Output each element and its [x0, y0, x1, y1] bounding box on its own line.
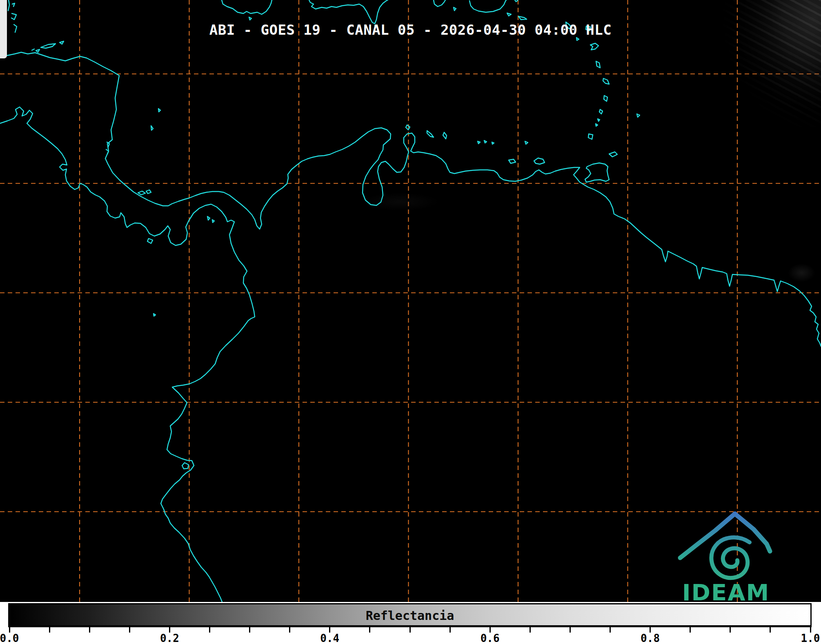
logo-text: IDEAM — [682, 579, 770, 604]
islands-colombia-offshore — [138, 109, 214, 316]
colorbar-tick-label: 0.8 — [632, 632, 669, 644]
satellite-image-screen: ABI - GOES 19 - CANAL 05 - 2026-04-30 04… — [0, 0, 821, 644]
cloud-texture-top-right — [719, 0, 821, 131]
islands-bay-honduras — [32, 41, 64, 52]
satellite-map: ABI - GOES 19 - CANAL 05 - 2026-04-30 04… — [0, 0, 821, 602]
colorbar-tick-label: 0.4 — [311, 632, 348, 644]
island-puerto-rico — [469, 0, 518, 16]
coastline-pacific-mainland — [0, 107, 255, 602]
islands-virgin — [518, 16, 527, 20]
colorbar-panel: Reflectancia 0.00.20.40.60.81.0 — [0, 602, 821, 644]
colorbar-tick-label: 1.0 — [792, 632, 821, 644]
colorbar-gradient-bar: Reflectancia — [8, 603, 812, 627]
islands-lesser-antilles — [566, 22, 640, 139]
islands-venezuela-offshore — [406, 125, 545, 164]
island-hispaniola-east — [434, 0, 456, 11]
ideam-logo: IDEAM — [674, 506, 780, 604]
island-trinidad — [585, 163, 609, 182]
logo-spiral-icon — [711, 537, 750, 578]
colorbar-tick-labels: 0.00.20.40.60.81.0 — [0, 632, 821, 644]
colorbar-tick-label: 0.6 — [472, 632, 508, 644]
island-puna — [182, 463, 189, 469]
page-title: ABI - GOES 19 - CANAL 05 - 2026-04-30 04… — [0, 22, 821, 38]
colorbar-tick-label: 0.2 — [151, 632, 188, 644]
cloud-speck-right — [782, 260, 821, 286]
island-jamaica — [222, 0, 272, 20]
colorbar-tick-label: 0.0 — [0, 632, 28, 644]
colorbar-title: Reflectancia — [9, 608, 810, 623]
cloud-smudge-center — [345, 189, 455, 215]
island-tobago — [609, 152, 617, 157]
